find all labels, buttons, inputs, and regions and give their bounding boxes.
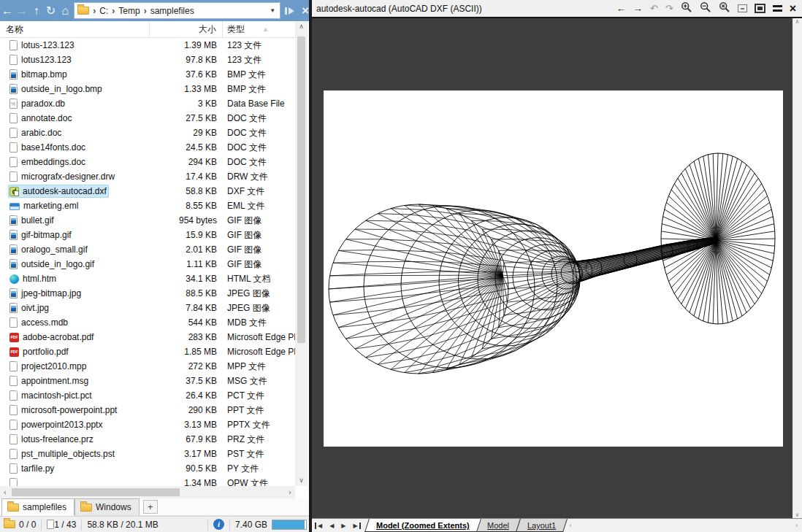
table-row[interactable]: bitmap.bmp37.6 KBBMP 文件: [0, 67, 295, 82]
sheet-tab-model[interactable]: Model: [476, 519, 521, 532]
chevron-down-icon[interactable]: ▼: [270, 7, 275, 14]
new-tab-button[interactable]: +: [143, 500, 158, 514]
file-type: BMP 文件: [223, 83, 295, 96]
column-header-size[interactable]: 大小: [150, 21, 223, 37]
table-row[interactable]: gif-bitmap.gif15.9 KBGIF 图像: [0, 228, 295, 242]
refresh-icon[interactable]: ↻: [44, 0, 58, 21]
column-header-type[interactable]: 类型 ▲: [223, 21, 295, 37]
table-row[interactable]: dautodesk-autocad.dxf58.8 KBDXF 文件: [0, 184, 295, 198]
table-row[interactable]: html.htm34.1 KBHTML 文档: [0, 271, 295, 286]
folder-tab-windows[interactable]: Windows: [75, 498, 140, 515]
doc-file-icon: [9, 157, 18, 167]
folder-tab-samplefiles[interactable]: samplefiles: [1, 498, 75, 516]
table-row[interactable]: micrografx-designer.drw17.4 KBDRW 文件: [0, 169, 295, 184]
drawing-canvas[interactable]: ∧ ∨: [312, 18, 802, 518]
table-row[interactable]: base14fonts.doc24.5 KBDOC 文件: [0, 140, 295, 155]
img-file-icon: [9, 230, 18, 240]
table-row[interactable]: lotus-freelance.prz67.9 KBPRZ 文件: [0, 432, 295, 447]
column-header-name[interactable]: 名称: [0, 21, 150, 37]
table-row[interactable]: lotus-123.1231.39 MB123 文件: [0, 38, 295, 53]
file-size: 272 KB: [150, 361, 223, 371]
viewer-back-icon[interactable]: ←: [616, 0, 626, 17]
scroll-up-icon[interactable]: ∧: [795, 18, 800, 25]
img-file-icon: [9, 288, 18, 298]
horizontal-scrollbar[interactable]: ‹ ›: [0, 486, 295, 498]
table-row[interactable]: microsoft-powerpoint.ppt290 KBPPT 文件: [0, 403, 295, 417]
back-icon[interactable]: ←: [0, 0, 15, 21]
zoom-reset-icon[interactable]: [719, 1, 730, 15]
table-row[interactable]: PDFadobe-acrobat.pdf283 KBMicrosoft Edge…: [0, 330, 295, 344]
fit-window-icon[interactable]: [738, 4, 747, 12]
file-size: 3.17 MB: [150, 449, 223, 459]
breadcrumb-item[interactable]: Temp: [118, 6, 140, 16]
info-icon[interactable]: i: [213, 519, 224, 530]
table-row[interactable]: marketing.eml8.55 KBEML 文件: [0, 198, 295, 213]
breadcrumb-item[interactable]: C:: [99, 6, 108, 16]
viewer-forward-icon[interactable]: →: [633, 0, 643, 17]
scroll-up-icon[interactable]: ∧: [299, 21, 304, 32]
table-row[interactable]: outside_in_logo.bmp1.33 MBBMP 文件: [0, 82, 295, 96]
pdf-file-icon: PDF: [9, 347, 19, 357]
table-row[interactable]: outside_in_logo.gif1.11 KBGIF 图像: [0, 257, 295, 271]
forward-icon[interactable]: →: [15, 0, 29, 21]
scroll-right-icon[interactable]: ›: [285, 488, 295, 496]
file-type: PPT 文件: [223, 404, 295, 417]
zoom-out-icon[interactable]: [700, 1, 711, 15]
file-size: 283 KB: [150, 332, 223, 342]
table-row[interactable]: embeddings.doc294 KBDOC 文件: [0, 155, 295, 169]
table-row[interactable]: oralogo_small.gif2.01 KBGIF 图像: [0, 242, 295, 257]
table-row[interactable]: appointment.msg37.5 KBMSG 文件: [0, 374, 295, 388]
table-row[interactable]: annotate.doc27.5 KBDOC 文件: [0, 111, 295, 126]
play-pause-button[interactable]: [285, 7, 294, 15]
file-name: powerpoint2013.pptx: [21, 420, 102, 430]
previous-sheet-icon[interactable]: ◀: [328, 523, 335, 529]
breadcrumb[interactable]: ›C:›Temp›samplefiles ▼: [74, 2, 280, 19]
table-row[interactable]: 1.34 MBQPW 文件: [0, 476, 295, 486]
table-row[interactable]: tarfile.py90.5 KBPY 文件: [0, 461, 295, 476]
redo-icon[interactable]: ↷: [665, 0, 673, 17]
table-row[interactable]: project2010.mpp272 KBMPP 文件: [0, 359, 295, 374]
table-row[interactable]: paradox.db3 KBData Base File: [0, 96, 295, 111]
sheet-scroll-right-icon[interactable]: ›: [791, 519, 802, 532]
up-icon[interactable]: ↑: [29, 0, 44, 21]
actual-size-icon[interactable]: [755, 4, 765, 13]
sheet-tab-layout1[interactable]: Layout1: [516, 519, 568, 532]
table-row[interactable]: powerpoint2013.pptx3.13 MBPPTX 文件: [0, 417, 295, 432]
scrollbar-thumb[interactable]: [12, 488, 180, 496]
file-type: Microsoft Edge PDF D: [223, 332, 295, 342]
sheet-tab-model-zoomed-extents-[interactable]: Model (Zoomed Extents): [364, 519, 481, 532]
pdf-file-icon: PDF: [9, 333, 19, 342]
next-sheet-icon[interactable]: ▶: [340, 523, 347, 529]
close-icon[interactable]: ×: [302, 0, 309, 21]
first-sheet-icon[interactable]: ◀: [315, 523, 324, 529]
table-row[interactable]: lotus123.12397.8 KB123 文件: [0, 53, 295, 67]
file-name: html.htm: [23, 274, 56, 284]
file-name-cell: powerpoint2013.pptx: [0, 418, 150, 431]
viewer-close-icon[interactable]: ×: [790, 2, 796, 15]
scrollbar-thumb[interactable]: [297, 36, 305, 343]
file-name-cell: html.htm: [0, 272, 150, 285]
navigation-toolbar: ← → ↑ ↻ ⌂ ›C:›Temp›samplefiles ▼ ×: [0, 0, 309, 21]
scroll-left-icon[interactable]: ‹: [0, 488, 10, 496]
viewer-vertical-scrollbar[interactable]: ∧ ∨: [793, 18, 802, 518]
breadcrumb-item[interactable]: samplefiles: [150, 6, 194, 16]
menu-icon[interactable]: [773, 5, 782, 12]
table-row[interactable]: oivt.jpg7.84 KBJPEG 图像: [0, 301, 295, 315]
table-row[interactable]: access.mdb544 KBMDB 文件: [0, 315, 295, 330]
file-name: bullet.gif: [21, 215, 54, 225]
table-row[interactable]: arabic.doc29 KBDOC 文件: [0, 126, 295, 140]
undo-icon[interactable]: ↶: [650, 0, 658, 17]
scroll-down-icon[interactable]: ∨: [795, 512, 800, 518]
vertical-scrollbar[interactable]: ∧ ∨: [295, 21, 308, 486]
table-row[interactable]: pst_multiple_objects.pst3.17 MBPST 文件: [0, 447, 295, 461]
home-icon[interactable]: ⌂: [58, 0, 72, 21]
table-row[interactable]: macintosh-pict.pct26.4 KBPCT 文件: [0, 388, 295, 403]
zoom-in-icon[interactable]: [681, 1, 692, 15]
table-row[interactable]: jpeg-bitmap.jpg88.5 KBJPEG 图像: [0, 286, 295, 301]
folder-tab-bar: samplefilesWindows+: [0, 498, 309, 516]
last-sheet-icon[interactable]: ▶: [351, 523, 360, 529]
breadcrumb-items: ›C:›Temp›samplefiles: [89, 6, 194, 16]
table-row[interactable]: bullet.gif954 bytesGIF 图像: [0, 213, 295, 228]
table-row[interactable]: PDFportfolio.pdf1.85 MBMicrosoft Edge PD…: [0, 344, 295, 359]
scroll-down-icon[interactable]: ∨: [299, 475, 304, 486]
